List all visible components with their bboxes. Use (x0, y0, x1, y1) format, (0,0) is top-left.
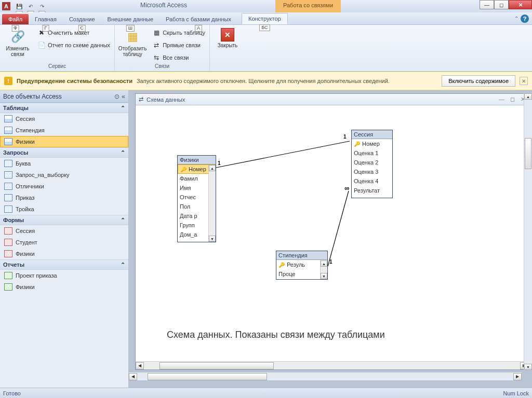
qat-undo-icon[interactable]: ↶2 (26, 2, 35, 11)
nav-dropdown-icon[interactable]: ⊙ (114, 93, 119, 100)
query-icon (4, 171, 12, 179)
canvas-vertical-scrollbar[interactable]: ▲ ▼ (524, 93, 532, 370)
nav-item-table[interactable]: Сессия (0, 113, 128, 125)
maximize-button[interactable]: ◻ (494, 0, 509, 9)
nav-item-query[interactable]: Запрос_на_выборку (0, 169, 128, 181)
report-icon (4, 272, 12, 279)
scroll-thumb[interactable] (159, 362, 274, 369)
chevron-up-icon: ⌃ (121, 149, 125, 156)
scroll-up-icon[interactable]: ▲ (321, 260, 327, 267)
access-logo-icon: A (2, 2, 10, 10)
scroll-up-icon[interactable]: ▲ (524, 93, 532, 100)
scroll-thumb[interactable] (525, 138, 531, 169)
table-field[interactable]: Результат (352, 186, 392, 195)
chevron-up-icon: ⌃ (121, 262, 125, 268)
scroll-left-icon[interactable]: ◀ (129, 373, 137, 380)
security-title: Предупреждение системы безопасности (17, 78, 132, 84)
query-icon (4, 194, 12, 201)
scroll-down-icon[interactable]: ▼ (524, 364, 532, 370)
app-title: Microsoft Access (140, 2, 187, 9)
chevron-up-icon: ⌃ (121, 105, 125, 112)
canvas-area: ⇄ Схема данных — ◻ ✕ 1 1 1 ∞ (129, 90, 532, 388)
nav-item-report[interactable]: Физики (0, 281, 128, 293)
nav-collapse-icon[interactable]: « (122, 93, 125, 100)
enable-content-button[interactable]: Включить содержимое (442, 75, 515, 87)
table-field[interactable]: 🔑Номер (352, 139, 392, 148)
rel-label-one: 1 (218, 160, 221, 166)
close-button[interactable]: ✕ Закрыть (212, 26, 243, 63)
table-scrollbar[interactable]: ▲ ▼ (208, 165, 216, 242)
nav-pane-header[interactable]: Все объекты Access ⊙ « (0, 90, 128, 103)
svg-line-0 (216, 141, 350, 168)
nav-item-query[interactable]: Тройка (0, 203, 128, 215)
table-icon (4, 138, 12, 145)
table-field[interactable]: Оценка 1 (352, 148, 392, 158)
hide-table-icon: ▦ (152, 29, 161, 37)
ribbon-group-service: 🔗 Изменить связи ✖ Очистить макет 📄 Отче… (0, 25, 115, 71)
all-rel-icon: ⇆ (152, 53, 161, 62)
table-field[interactable]: Оценка 2 (352, 158, 392, 167)
table-box-fiziki[interactable]: Физики 🔑Номер Фамил Имя Отчес Пол Дата р… (177, 155, 216, 242)
scroll-down-icon[interactable]: ▼ (209, 236, 216, 242)
table-box-stipend[interactable]: Стипендия 🔑Резуль Проце ▲ ▼ (276, 251, 328, 280)
nav-item-query[interactable]: Отличники (0, 181, 128, 192)
main-area: Все объекты Access ⊙ « Таблицы⌃ Сессия С… (0, 90, 532, 388)
security-close-button[interactable]: ✕ (520, 77, 528, 85)
doc-titlebar[interactable]: ⇄ Схема данных — ◻ ✕ (136, 94, 528, 105)
table-field[interactable]: Оценка 4 (352, 176, 392, 186)
nav-item-form[interactable]: Физики (0, 248, 128, 259)
svg-line-1 (328, 191, 349, 266)
table-title: Стипендия (276, 251, 327, 260)
scroll-down-icon[interactable]: ▼ (321, 273, 327, 279)
chevron-up-icon: ⌃ (121, 217, 125, 224)
direct-relationships-button[interactable]: ⇄ Прямые связи (150, 39, 207, 51)
nav-group-reports[interactable]: Отчеты⌃ (0, 259, 128, 270)
minimize-button[interactable]: — (480, 0, 494, 9)
all-relationships-button[interactable]: ⇆ Все связи (150, 52, 207, 63)
tab-create[interactable]: СозданиеС (63, 14, 101, 24)
tab-database-tools[interactable]: Работа с базами данныхА (159, 14, 237, 24)
titlebar: A 💾1 ↶2 ↷3 Microsoft Access Работа со св… (0, 0, 532, 12)
scroll-left-icon[interactable]: ◀ (136, 362, 144, 369)
nav-group-queries[interactable]: Запросы⌃ (0, 147, 128, 158)
table-scrollbar[interactable]: ▲ ▼ (320, 260, 327, 279)
ribbon-collapse-icon[interactable]: ⌃ (514, 16, 518, 21)
relationships-icon: ⇄ (139, 96, 143, 103)
doc-horizontal-scrollbar[interactable]: ◀ ▶ (136, 361, 528, 369)
query-icon (4, 205, 12, 213)
doc-restore-icon[interactable]: ◻ (510, 96, 515, 102)
nav-group-forms[interactable]: Формы⌃ (0, 215, 128, 225)
qat-redo-icon[interactable]: ↷3 (37, 2, 47, 11)
doc-minimize-icon[interactable]: — (499, 96, 504, 102)
security-message[interactable]: Запуск активного содержимого отключен. Щ… (137, 78, 437, 85)
nav-group-tables[interactable]: Таблицы⌃ (0, 103, 128, 113)
qat-save-icon[interactable]: 💾1 (15, 2, 24, 11)
help-icon[interactable]: ? (521, 15, 529, 23)
shield-icon: ! (4, 77, 12, 85)
close-window-button[interactable]: ✕ (509, 0, 532, 9)
nav-item-report[interactable]: Проект приказа (0, 270, 128, 281)
scroll-thumb[interactable] (148, 373, 267, 380)
table-title: Сессия (352, 130, 392, 139)
nav-item-table[interactable]: Стипендия (0, 125, 128, 136)
ribbon: 🔗 Изменить связи ✖ Очистить макет 📄 Отче… (0, 25, 532, 72)
relationships-window: ⇄ Схема данных — ◻ ✕ 1 1 1 ∞ (135, 93, 529, 370)
tab-file[interactable]: ФайлФ (2, 14, 29, 24)
scroll-right-icon[interactable]: ▶ (513, 373, 522, 380)
table-field[interactable]: Оценка 3 (352, 167, 392, 176)
tab-home[interactable]: ГлавнаяГ (29, 14, 63, 24)
relationship-report-button[interactable]: 📄 Отчет по схеме данных (35, 39, 112, 51)
nav-item-query[interactable]: Буква (0, 158, 128, 169)
nav-item-form[interactable]: Студент (0, 237, 128, 248)
outer-horizontal-scrollbar[interactable]: ◀ ▶ (129, 372, 522, 380)
nav-item-query[interactable]: Приказ (0, 192, 128, 203)
rel-label-infinity: ∞ (344, 184, 349, 192)
nav-item-table[interactable]: Физики (0, 136, 128, 147)
relationships-canvas[interactable]: 1 1 1 ∞ Физики 🔑Номер Фамил Имя Отчес По… (136, 105, 528, 361)
status-bar: Готово Num Lock (0, 388, 532, 398)
nav-item-form[interactable]: Сессия (0, 225, 128, 237)
table-box-session[interactable]: Сессия 🔑Номер Оценка 1 Оценка 2 Оценка 3… (351, 130, 393, 198)
scroll-up-icon[interactable]: ▲ (209, 165, 216, 171)
tab-external-data[interactable]: Внешние данныеШ (101, 14, 159, 24)
tab-design[interactable]: КонструкторБС (242, 13, 288, 24)
